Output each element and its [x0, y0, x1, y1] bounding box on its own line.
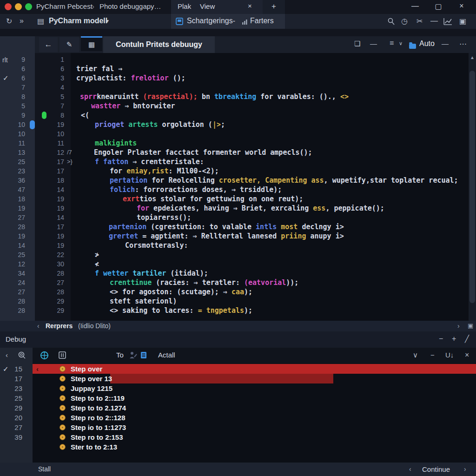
debug-row[interactable]: 25Step to to 2::119	[0, 393, 476, 403]
debug-row[interactable]: 20Step ro to 2::128	[0, 413, 476, 423]
breakpoint-icon[interactable]	[60, 424, 66, 430]
code-line[interactable]: 1819exrttios stolar for gettuwing on one…	[0, 194, 469, 204]
new-tab-button[interactable]: +	[263, 0, 285, 14]
collapse-dash-icon[interactable]: —	[370, 40, 377, 47]
breakpoint-icon[interactable]	[60, 395, 66, 401]
u-down-icon[interactable]: U↓	[445, 351, 454, 359]
divider-dash-2-icon[interactable]: —	[442, 40, 449, 47]
editor-tab[interactable]: Contuln Pritets debuugy	[103, 36, 215, 53]
run-config-widget[interactable]: Schartgerings- Farters	[171, 14, 285, 29]
editor-scrollbar[interactable]: ▲	[469, 53, 476, 321]
code-line[interactable]: 74	[0, 83, 469, 92]
code-line[interactable]: 3618pertation for Reolcelling crosetter,…	[0, 176, 469, 185]
clock-icon[interactable]: ◷	[401, 17, 408, 26]
frames-icon[interactable]	[59, 351, 66, 359]
code-line[interactable]: 4714folich: forroractions doses, ⇒ trsid…	[0, 185, 469, 194]
code-line[interactable]: 98<(	[0, 111, 469, 120]
code-line[interactable]: 2728<> for agoston: (scutage); ⇒ caa);	[0, 287, 469, 297]
code-line[interactable]: 1419Corsmotterasly:	[0, 241, 469, 250]
code-line[interactable]: 66trier fal ⇒	[0, 64, 469, 73]
code-line[interactable]: 1312/7Engoler Prlaster facctact formente…	[0, 148, 469, 157]
status-next-icon[interactable]: ›	[464, 465, 466, 473]
code-line[interactable]: 2829<> saking to lacres: = tngpetals);	[0, 306, 469, 315]
chevron-down-icon[interactable]: ▾	[106, 18, 109, 24]
breakpoint-icon[interactable]	[60, 415, 66, 421]
bottombar-panel-icon[interactable]: ▣	[468, 322, 473, 329]
scrollbar-thumb[interactable]	[469, 71, 475, 303]
code-line[interactable]: 57wastter ⇒ bntorwiter	[0, 101, 469, 111]
window-maximize-icon[interactable]: ▢	[432, 2, 444, 11]
search-icon[interactable]	[387, 18, 395, 26]
breakpoint-icon[interactable]	[60, 444, 66, 450]
book-icon[interactable]: ❏	[354, 40, 360, 48]
chart-icon[interactable]	[443, 18, 452, 26]
window-minimize-icon[interactable]: —	[409, 2, 421, 10]
chevrons-right-icon[interactable]: »	[20, 17, 24, 25]
window-close-icon[interactable]: ×	[456, 2, 468, 10]
close-traffic-light[interactable]	[5, 3, 12, 10]
auto-label[interactable]: Auto	[419, 40, 435, 48]
code-line[interactable]: 85sprrknearuintt (raspectial); bn tbreak…	[0, 92, 469, 101]
person-edit-icon[interactable]	[129, 351, 137, 359]
menu-plak[interactable]: Plak	[178, 2, 191, 10]
debug-back-icon[interactable]: ‹	[6, 351, 8, 359]
minimize-traffic-light[interactable]	[15, 3, 22, 10]
toolbar-minus-icon[interactable]: −	[430, 351, 435, 359]
edit-button[interactable]: ✎	[60, 37, 79, 52]
code-line[interactable]: 2522≯	[0, 250, 469, 259]
debug-tab-to[interactable]: To	[116, 351, 124, 359]
debug-row[interactable]: 39Step ro to 2:153	[0, 432, 476, 442]
target-icon[interactable]	[40, 351, 49, 360]
debug-minus-icon[interactable]: −	[439, 335, 443, 343]
list-icon[interactable]: ≡	[390, 39, 394, 47]
breakpoint-icon[interactable]	[60, 405, 66, 411]
continue-button[interactable]: Continue	[422, 465, 450, 473]
bottombar-back-icon[interactable]: ‹	[37, 322, 40, 330]
breakpoint-icon[interactable]	[60, 434, 66, 440]
breakpoint-icon[interactable]	[60, 366, 66, 372]
debug-row[interactable]: 17Step over 13	[0, 374, 476, 383]
editor-back-button[interactable]: ←	[39, 37, 58, 52]
debug-close-icon[interactable]: ×	[465, 351, 469, 359]
debug-tab-actall[interactable]: Actall	[158, 351, 175, 359]
code-line[interactable]: 3428f wetter tartiler (itidal);	[0, 269, 469, 278]
document-icon[interactable]	[140, 351, 147, 359]
debug-row[interactable]: 27Step io to 1:1273	[0, 423, 476, 432]
code-line[interactable]: 2517>}f fatton ⇒ crentteristale:	[0, 157, 469, 166]
code-line[interactable]: 1919for epdeicates, having ⇒ Briet, exrc…	[0, 204, 469, 213]
bottombar-forward-icon[interactable]: ›	[457, 322, 460, 330]
breakpoint-icon[interactable]	[60, 376, 66, 382]
scroll-up-icon[interactable]: ▲	[469, 55, 476, 60]
code-line[interactable]: 2317for eniay,rist: M1l00-<2);	[0, 166, 469, 176]
list-caret-icon[interactable]: ∨	[399, 40, 403, 46]
tab-close-icon[interactable]: ×	[248, 2, 252, 10]
status-prev-icon[interactable]: ‹	[409, 465, 411, 473]
debug-pen-icon[interactable]: ╱	[465, 335, 469, 343]
cut-icon[interactable]: ✂	[416, 17, 423, 26]
code-line[interactable]: 1919grertet = agptient: ⇒ Relltertal lan…	[0, 231, 469, 241]
code-line[interactable]: 91	[0, 55, 469, 64]
chevron-down-icon[interactable]: ∨	[413, 351, 418, 359]
code-line[interactable]: 1019prioget artests orgolation (|>;	[0, 120, 469, 129]
debug-row[interactable]: ✓15‹Step over	[0, 364, 476, 374]
debug-plus-icon[interactable]: +	[452, 335, 456, 343]
debug-search-icon[interactable]	[18, 351, 26, 359]
code-line[interactable]: 2714topiarerss();	[0, 213, 469, 222]
debug-row[interactable]: Ster to to 2:13	[0, 442, 476, 452]
code-line[interactable]: 1111malkigints	[0, 139, 469, 148]
zoom-traffic-light[interactable]	[25, 3, 32, 10]
code-line[interactable]: 1010	[0, 129, 469, 139]
structure-button[interactable]: ▦	[81, 36, 102, 51]
code-line[interactable]: 6✓3cryplactist: frelotior ();	[0, 73, 469, 83]
window-tab[interactable]: Plak View ×	[171, 0, 263, 14]
refresh-icon[interactable]: ↻	[6, 17, 12, 26]
code-line[interactable]: 1230≮	[0, 259, 469, 269]
breakpoint-icon[interactable]	[60, 385, 66, 391]
panel-icon[interactable]: ▣	[459, 17, 466, 26]
project-selector[interactable]: PyCharm modell	[49, 17, 107, 25]
code-line[interactable]: 2829steft saterionl)	[0, 297, 469, 306]
menu-view[interactable]: View	[200, 2, 215, 10]
code-line[interactable]: 2817partenion (cgrestution: to valable i…	[0, 222, 469, 231]
more-icon[interactable]: ⋯	[459, 40, 467, 48]
blue-marker-icon[interactable]	[30, 120, 35, 129]
